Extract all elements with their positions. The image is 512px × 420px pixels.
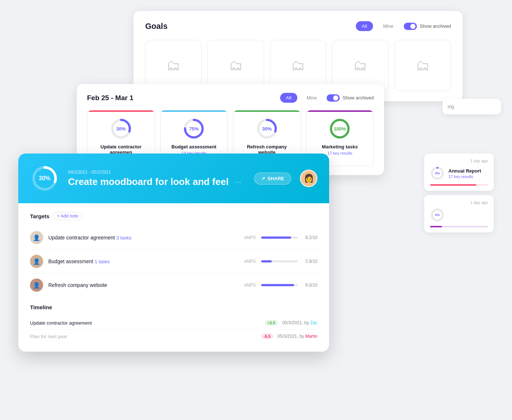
right-card-annual-report[interactable]: 1 day ago 0% Annual Report 17 key result… (424, 154, 494, 191)
timeline-item-name-1: Update contractor agreement (30, 320, 260, 326)
folder-icon-3: 🗂 (291, 58, 305, 73)
add-note-button[interactable]: + Add note (53, 212, 82, 220)
share-icon: ↗ (261, 176, 265, 181)
folder-icon-4: 🗂 (353, 58, 367, 73)
target-bar-1 (261, 237, 291, 239)
weekly-filter-all[interactable]: All (280, 93, 297, 103)
timeline-item-name-2: Plan for next year (30, 334, 257, 339)
right-card-2[interactable]: 1 day ago 0% (424, 195, 494, 232)
goal-percent-4: 100% (334, 126, 346, 132)
partial-right-text: ing (448, 104, 454, 109)
goals-toggle-row: Show archived (404, 23, 451, 30)
timeline-badge-2: -5.5 (261, 333, 273, 339)
goals-folders: 🗂 🗂 🗂 🗂 🗂 (145, 40, 451, 91)
target-value-1: 8.2/10 (301, 235, 317, 240)
folder-icon-1: 🗂 (166, 58, 180, 73)
goal-percent-2: 75% (189, 126, 199, 132)
goals-filter-all[interactable]: All (356, 21, 373, 31)
right-donut-2: 0% (430, 208, 445, 222)
right-card-donut-row-2: 0% (430, 208, 488, 222)
target-name-2: Budget assessment 1 tasks (48, 258, 239, 264)
target-bar-2 (261, 260, 272, 262)
goal-percent-3: 30% (262, 126, 272, 132)
timeline-label: Timeline (30, 304, 52, 310)
right-card-bar-1 (430, 184, 488, 186)
target-bar-3 (261, 284, 294, 286)
target-label-3: eNPS (244, 283, 257, 288)
targets-section-title: Targets + Add note (30, 212, 317, 220)
show-archived-label: Show archived (420, 23, 451, 29)
goals-filter-mine[interactable]: Mine (377, 21, 399, 31)
right-card-sub-1: 17 key results (448, 174, 481, 179)
right-card-time-2: 1 day ago (430, 200, 488, 205)
main-date-range: 04/2/2021 - 05/2/2021 (68, 170, 245, 175)
weekly-filter-mine[interactable]: Mine (301, 93, 323, 103)
folder-card-2[interactable]: 🗂 (207, 40, 264, 91)
show-archived-toggle[interactable] (404, 23, 417, 30)
main-title: Create moodboard for look and feel (68, 176, 229, 188)
folder-card-1[interactable]: 🗂 (145, 40, 202, 91)
target-name-1: Update contractor agreement 3 tasks (48, 235, 239, 241)
goal-name-2: Budget assessment (172, 144, 217, 150)
right-side-cards: 1 day ago 0% Annual Report 17 key result… (424, 154, 494, 237)
main-donut: 30% (30, 164, 59, 193)
main-donut-label: 30% (39, 175, 50, 182)
targets-label: Targets (30, 213, 49, 219)
weekly-controls: All Mine Show archived (280, 93, 374, 103)
target-avatar-2: 👤 (30, 255, 43, 268)
goal-donut-4: 100% (328, 117, 351, 140)
goal-name-4: Marketing tasks (322, 144, 358, 150)
target-value-2: 2.9/10 (301, 259, 317, 264)
goal-sub-4: 17 key results (327, 151, 352, 155)
right-card-name-1: Annual Report (448, 168, 481, 174)
goals-panel-title: Goals (145, 22, 167, 31)
timeline-row-2: Plan for next year -5.5 05/3/2021, by Ma… (30, 330, 317, 343)
target-label-2: eNPS (244, 259, 257, 264)
target-bar-wrap-1 (261, 237, 298, 239)
weekly-panel-title: Feb 25 - Mar 1 (87, 94, 133, 102)
timeline-by-2: Martin (305, 334, 317, 339)
folder-card-5[interactable]: 🗂 (395, 40, 451, 91)
right-card-bar-2 (430, 226, 488, 227)
folder-card-3[interactable]: 🗂 (270, 40, 326, 91)
target-link-1[interactable]: 3 tasks (116, 235, 131, 241)
target-value-3: 9.0/10 (301, 283, 317, 288)
weekly-show-archived-label: Show archived (343, 95, 374, 101)
target-bar-wrap-2 (261, 260, 298, 262)
folder-icon-2: 🗂 (229, 58, 243, 73)
main-card-body: Targets + Add note 👤 Update contractor a… (18, 203, 329, 352)
more-options-icon[interactable]: ··· (235, 178, 241, 186)
timeline-by-1: Zac (310, 320, 317, 325)
weekly-show-archived-toggle[interactable] (327, 94, 340, 102)
target-row-2: 👤 Budget assessment 1 tasks eNPS 2.9/10 (30, 250, 317, 273)
target-avatar-3: 👤 (30, 279, 43, 292)
target-name-3: Refresh company website (48, 282, 239, 288)
share-button[interactable]: ↗ SHARE (254, 173, 291, 185)
share-label: SHARE (267, 176, 284, 181)
goal-percent-1: 30% (116, 126, 126, 132)
right-card-time-1: 1 day ago (430, 159, 488, 163)
goal-donut-3: 30% (255, 117, 279, 140)
timeline-date-1: 05/3/2021, by Zac (282, 320, 317, 325)
timeline-date-2: 05/3/2021, by Martin (278, 334, 317, 339)
target-avatar-1: 👤 (30, 231, 43, 244)
right-donut-label-2: 0% (435, 213, 440, 217)
weekly-panel-header: Feb 25 - Mar 1 All Mine Show archived (87, 93, 374, 103)
target-link-2[interactable]: 1 tasks (95, 259, 110, 264)
goals-controls: All Mine Show archived (356, 21, 451, 31)
targets-section: Targets + Add note 👤 Update contractor a… (30, 212, 317, 297)
user-avatar: 👩 (300, 170, 317, 187)
folder-icon-5: 🗂 (416, 58, 430, 73)
folder-card-4[interactable]: 🗂 (332, 40, 388, 91)
right-card-info-1: Annual Report 17 key results (448, 168, 481, 179)
right-donut-1: 0% (430, 166, 445, 181)
timeline-badge-1: +2.5 (265, 320, 278, 326)
partial-right-card: ing (443, 99, 501, 114)
main-header-info: 04/2/2021 - 05/2/2021 Create moodboard f… (68, 170, 245, 188)
target-metric-1: eNPS 8.2/10 (244, 235, 317, 240)
timeline-section: Timeline Update contractor agreement +2.… (30, 304, 317, 343)
goal-donut-2: 75% (182, 117, 206, 140)
timeline-row-1: Update contractor agreement +2.5 05/3/20… (30, 316, 317, 330)
main-card: 30% 04/2/2021 - 05/2/2021 Create moodboa… (18, 154, 329, 352)
timeline-section-title: Timeline (30, 304, 317, 310)
